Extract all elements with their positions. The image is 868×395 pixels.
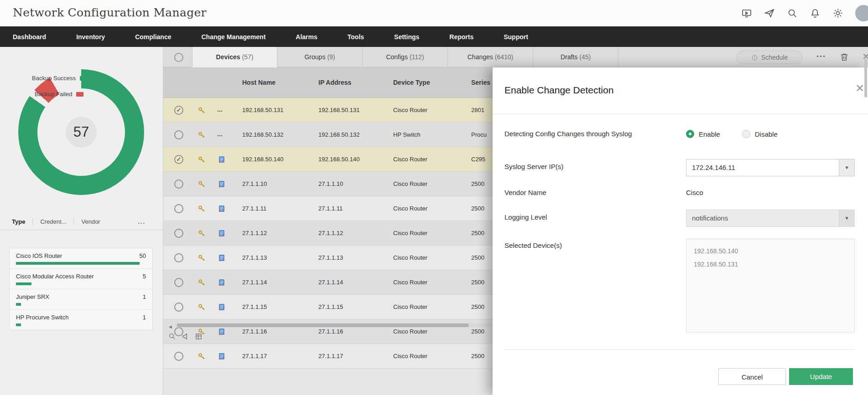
chevron-down-icon[interactable]: ▾ [839,210,854,226]
nav-item-reports[interactable]: Reports [449,33,489,41]
tab-drafts[interactable]: Drafts(45) [533,47,619,67]
list-item[interactable]: Cisco IOS Router 50 [10,248,152,269]
panel-divider [504,349,855,350]
nav-item-change-management[interactable]: Change Management [202,33,281,41]
cell-ip-address: 192.168.50.132 [318,123,359,147]
credential-key-icon [198,180,205,188]
legend-backup-success-label: Backup Success [32,75,76,82]
disable-radio-label[interactable]: Disable [755,130,778,138]
cancel-button[interactable]: Cancel [718,368,786,385]
row-checkbox[interactable] [174,155,183,164]
column-series[interactable]: Series [471,67,490,98]
close-icon[interactable]: ✕ [855,82,864,95]
update-button[interactable]: Update [789,368,853,385]
tab-groups[interactable]: Groups(9) [277,47,363,67]
syslog-server-value: 172.24.146.11 [692,164,735,171]
vertical-scrollbar-thumb[interactable] [864,59,867,97]
nav-item-tools[interactable]: Tools [348,33,379,41]
config-doc-icon [218,279,225,286]
schedule-button[interactable]: Schedule [736,51,803,64]
cell-ip-address: 192.168.50.140 [318,147,359,172]
cell-host-name: 27.1.1.17 [242,344,267,369]
row-checkbox[interactable] [174,303,183,312]
nav-item-support[interactable]: Support [504,33,543,41]
tab-changes[interactable]: Changes(6410) [448,47,533,67]
column-host-name[interactable]: Host Name [242,67,275,98]
cell-ip-address: 27.1.1.15 [318,295,343,319]
nav-item-dashboard[interactable]: Dashboard [13,33,61,41]
row-checkbox[interactable] [174,130,183,139]
cell-host-name: 192.168.50.140 [242,147,283,172]
display-icon[interactable] [741,8,752,19]
row-checkbox[interactable] [174,106,183,115]
credential-key-icon [198,205,205,212]
row-checkbox[interactable] [174,229,183,238]
column-device-type[interactable]: Device Type [393,67,430,98]
credential-key-icon [198,353,205,360]
search-icon[interactable] [787,8,798,19]
zoom-icon[interactable] [169,333,176,340]
sidebar-tab-vendor[interactable]: Vendor [74,218,107,225]
credential-key-icon [198,254,205,262]
row-checkbox[interactable] [174,352,183,361]
gear-icon[interactable] [832,8,843,19]
enable-radio-label[interactable]: Enable [699,130,720,138]
announce-icon[interactable] [182,333,189,340]
disable-radio[interactable] [742,130,750,138]
vendor-name-label: Vendor Name [504,189,546,196]
cell-device-type: Cisco Router [393,344,427,369]
syslog-toggle-label: Detecting Config Changes through Syslog [504,130,632,138]
list-item[interactable]: Cisco Modular Access Router 5 [10,269,152,289]
device-type-count: 1 [143,293,146,300]
nav-item-inventory[interactable]: Inventory [76,33,120,41]
row-checkbox[interactable] [174,278,183,287]
row-checkbox[interactable] [174,180,183,189]
cell-host-name: 27.1.1.15 [242,295,267,319]
truncated-more-icon[interactable]: ... [217,123,223,145]
chevron-down-icon[interactable]: ▾ [839,159,854,176]
select-all-checkbox[interactable] [174,53,183,62]
backup-status-donut-chart[interactable]: 57 [18,69,144,195]
toolbar-more-icon[interactable]: ... [816,50,826,59]
cell-series: 2500 [471,344,484,369]
enable-radio[interactable] [686,130,694,138]
column-ip-address[interactable]: IP Address [318,67,351,98]
row-checkbox[interactable] [174,253,183,262]
truncated-more-icon[interactable]: ... [217,98,223,121]
sidebar-tabs-more-icon[interactable]: ... [138,218,146,225]
scroll-left-arrow-icon[interactable]: ◄ [168,324,173,329]
nav-item-compliance[interactable]: Compliance [135,33,186,41]
device-type-bar [16,323,21,326]
horizontal-scrollbar-thumb[interactable] [177,323,469,327]
credential-key-icon [198,131,205,139]
enable-change-detection-panel: Enable Change Detection ✕ Detecting Conf… [493,67,868,395]
cell-host-name: 27.1.1.13 [242,246,267,270]
device-total-count: 57 [66,117,97,148]
tab-configs[interactable]: Configs(112) [363,47,448,67]
nav-item-alarms[interactable]: Alarms [296,33,332,41]
app-window: Network Configuration Manager Dashboard … [0,0,868,395]
cell-series: 2500 [471,196,484,221]
cell-series: 2801 [471,98,484,123]
logging-level-select[interactable]: notifications ▾ [686,210,855,227]
user-avatar[interactable] [855,5,868,21]
cell-device-type: Cisco Router [393,172,427,196]
nav-item-settings[interactable]: Settings [394,33,434,41]
cell-ip-address: 27.1.1.14 [318,270,343,295]
bell-icon[interactable] [810,8,821,19]
top-header: Network Configuration Manager [0,0,868,26]
sidebar-tab-credential[interactable]: Credent... [33,218,74,225]
syslog-server-select[interactable]: 172.24.146.11 ▾ [686,159,855,176]
logging-level-label: Logging Level [504,213,547,221]
grid-icon[interactable] [195,333,202,340]
credential-key-icon [198,230,205,237]
config-doc-icon [218,353,225,360]
trash-icon[interactable] [839,52,849,62]
horizontal-scrollbar[interactable] [175,323,492,328]
send-icon[interactable] [764,8,775,19]
list-item[interactable]: Juniper SRX 1 [10,289,152,310]
tab-devices[interactable]: Devices(57) [192,47,277,67]
row-checkbox[interactable] [174,204,183,213]
list-item[interactable]: HP Procurve Switch 1 [10,310,152,330]
sidebar-tab-type[interactable]: Type [12,218,33,225]
